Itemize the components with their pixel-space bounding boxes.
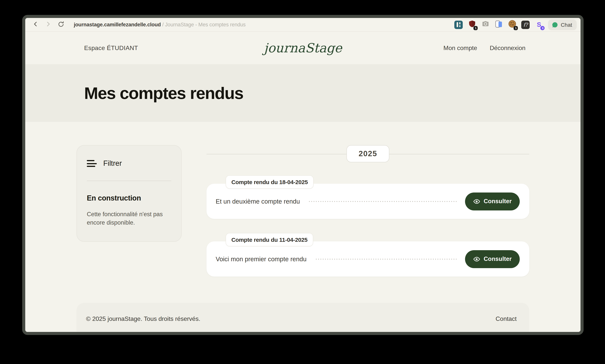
back-button[interactable] — [31, 20, 41, 30]
cookie-extension-icon[interactable]: 1 — [508, 20, 516, 29]
filter-status-heading: En construction — [87, 194, 171, 202]
page-title-band: Mes comptes rendus — [25, 64, 580, 122]
extension-badge: 3 — [541, 26, 545, 30]
font-finder-glyph: f? — [522, 20, 530, 29]
report-text: Et un deuxième compte rendu — [216, 198, 300, 205]
footer-copyright: © 2025 journaStage. Tous droits réservés… — [86, 315, 200, 322]
camera-extension-icon[interactable] — [481, 20, 490, 29]
shield-adblock-icon[interactable]: 1 — [468, 20, 476, 29]
filter-card: Filtrer En construction Cette fonctionna… — [77, 145, 182, 242]
footer-contact-link[interactable]: Contact — [496, 315, 517, 322]
chat-button[interactable]: Chat — [548, 19, 577, 30]
report-card: Voici mon premier compte rendu Consulter — [206, 241, 529, 276]
report-item: Compte rendu du 11-04-2025 Voici mon pre… — [206, 233, 529, 276]
filter-lines-icon — [87, 160, 97, 167]
year-row: 2025 — [206, 145, 529, 162]
equalizer-extension-icon[interactable] — [454, 20, 463, 29]
page-title: Mes comptes rendus — [84, 83, 243, 103]
mobile-view-glyph — [495, 20, 503, 30]
url-separator: / — [161, 22, 165, 27]
dotted-leader — [315, 258, 456, 260]
reload-icon — [57, 21, 64, 28]
student-space-label: Espace ÉTUDIANT — [84, 44, 138, 51]
site-footer: © 2025 journaStage. Tous droits réservés… — [77, 303, 529, 335]
extension-badge: 1 — [514, 26, 518, 30]
extension-badge: 1 — [474, 26, 478, 30]
reload-button[interactable] — [56, 20, 66, 30]
chat-bubble-icon — [552, 22, 558, 28]
eye-icon — [473, 198, 480, 205]
report-card: Et un deuxième compte rendu Consulter — [206, 184, 529, 219]
filter-header[interactable]: Filtrer — [87, 159, 171, 168]
chevron-left-icon — [32, 21, 39, 28]
mobile-view-extension-icon[interactable] — [495, 20, 503, 29]
report-label: Compte rendu du 11-04-2025 — [226, 233, 313, 246]
filter-divider — [87, 181, 171, 181]
browser-window: journastage.camillefezandelle.cloud / Jo… — [22, 15, 584, 335]
url-page-title: JournaStage - Mes comptes rendus — [165, 22, 246, 27]
font-finder-extension-icon[interactable]: f? — [522, 20, 530, 29]
browser-toolbar: journastage.camillefezandelle.cloud / Jo… — [25, 18, 580, 32]
filter-status-text: Cette fonctionnalité n'est pas encore di… — [87, 210, 171, 227]
consulter-button[interactable]: Consulter — [465, 192, 520, 210]
camera-glyph — [481, 20, 490, 29]
chevron-right-icon — [45, 21, 51, 28]
chat-label: Chat — [561, 22, 572, 28]
consulter-label: Consulter — [484, 256, 512, 262]
nav-deconnexion[interactable]: Déconnexion — [490, 44, 525, 51]
year-badge: 2025 — [346, 145, 389, 162]
report-item: Compte rendu du 18-04-2025 Et un deuxièm… — [206, 175, 529, 219]
consulter-button[interactable]: Consulter — [465, 250, 520, 268]
eye-icon — [473, 255, 480, 263]
reports-timeline: 2025 Compte rendu du 18-04-2025 Et un de… — [206, 145, 529, 276]
dotted-leader — [308, 201, 456, 202]
report-label: Compte rendu du 18-04-2025 — [226, 175, 314, 189]
filter-title: Filtrer — [103, 159, 122, 168]
equalizer-glyph — [454, 20, 463, 29]
desktop: journastage.camillefezandelle.cloud / Jo… — [0, 0, 605, 364]
nav-mon-compte[interactable]: Mon compte — [443, 44, 477, 51]
url-domain: journastage.camillefezandelle.cloud — [74, 22, 161, 27]
consulter-label: Consulter — [484, 198, 512, 205]
stylus-extension-icon[interactable]: S 3 — [535, 20, 543, 29]
main-content: Filtrer En construction Cette fonctionna… — [25, 122, 580, 335]
site-header: Espace ÉTUDIANT journaStage Mon compte D… — [25, 32, 580, 64]
toolbar-extensions: 1 1 — [454, 19, 577, 30]
forward-button[interactable] — [43, 20, 53, 30]
report-text: Voici mon premier compte rendu — [216, 255, 306, 263]
site-logo[interactable]: journaStage — [264, 40, 342, 55]
address-display[interactable]: journastage.camillefezandelle.cloud / Jo… — [74, 22, 246, 27]
main-nav: Mon compte Déconnexion — [443, 44, 525, 51]
